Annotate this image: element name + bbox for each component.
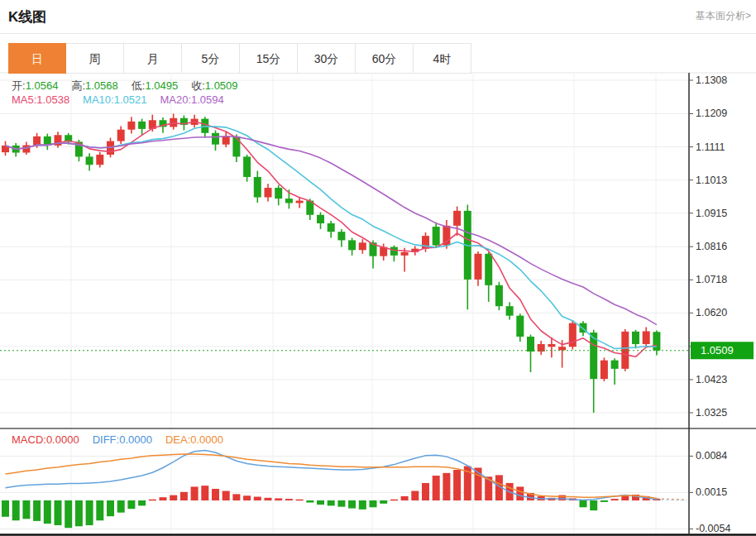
macd-bar [306,500,313,503]
ohlc-legend: 开:1.0564高:1.0568低:1.0495收:1.0509 [12,79,251,93]
candle-body [337,232,345,240]
macd-bar [2,500,9,517]
candle-body [401,252,409,256]
candle-body [390,247,398,256]
macd-bar [337,500,345,507]
fundamental-analysis-link[interactable]: 基本面分析> [696,9,751,23]
macd-bar [138,500,146,505]
candle-body [653,332,660,350]
macd-bar [222,491,230,500]
macd-bar [160,497,167,500]
axis-tick-label: 1.0620 [696,307,727,318]
candle-body [506,306,514,315]
candle-body [243,156,251,177]
badge-price: 1.0509 [701,344,734,357]
axis-tick-label: 1.0718 [696,274,727,285]
legend-item: 低:1.0495 [132,79,178,92]
macd-bar [328,500,335,505]
current-price-badge: 1.0509 [691,342,754,359]
interval-tabs: 日周月5分15分30分60分4时 [8,43,471,74]
axis-tick-label: 1.0423 [696,374,727,385]
tab-周[interactable]: 周 [66,43,124,74]
candle-body [232,136,240,157]
tab-60分[interactable]: 60分 [356,43,414,74]
macd-bar [380,500,387,504]
candle-body [328,223,335,232]
tab-4时[interactable]: 4时 [414,43,471,74]
candle-body [475,254,482,280]
macd-bar [191,486,199,500]
candle-body [632,332,639,344]
tab-月[interactable]: 月 [124,43,182,74]
candle-body [495,285,503,306]
tab-30分[interactable]: 30分 [298,43,356,74]
macd-bar [22,500,30,519]
macd-bar [265,498,272,500]
macd-bar [254,497,261,500]
axis-tick-label: 0.0015 [696,486,727,498]
macd-bar [232,494,240,500]
axis-tick-label: 1.1209 [696,108,727,119]
macd-bar [275,498,282,500]
kline-page: 1.13081.12091.11111.10131.09151.08161.07… [0,0,756,536]
candle-body [611,361,619,369]
candle-body [485,254,492,285]
macd-bar [12,500,20,520]
candle-body [265,188,272,197]
candle-body [254,177,261,198]
gridlines [0,74,689,534]
legend-item: 收:1.0509 [191,79,237,92]
candle-body [212,133,219,145]
legend-item: DEA:0.0000 [165,433,223,446]
axis-tick-label: 1.0325 [696,407,727,419]
candle-body [285,199,293,203]
macd-bar [170,495,177,500]
axis-labels: 1.13081.12091.11111.10131.09151.08161.07… [689,74,730,534]
candle-body [433,227,440,245]
macd-bar [370,500,377,507]
tab-5分[interactable]: 5分 [182,43,240,74]
macd-bar [443,473,450,500]
macd-bar [127,500,135,509]
macd-bar [243,495,251,500]
candle-body [348,240,356,250]
macd-bar [65,500,72,528]
tab-15分[interactable]: 15分 [240,43,298,74]
macd-bar [348,500,356,509]
macd-bar [317,500,324,505]
axis-tick-label: 0.0084 [696,450,727,462]
macd-bar [401,496,409,500]
macd-bar [75,500,83,526]
candle-body [275,188,282,199]
axis-tick-label: 1.1013 [696,175,727,186]
page-title: K线图 [8,7,46,26]
axis-tick-label: 1.1308 [696,74,727,86]
candle-body [22,146,30,153]
axis-tick-label: 1.1111 [696,141,725,153]
macd-bar [411,491,419,500]
macd-bar [44,500,51,524]
macd-bar [212,489,219,500]
macd-bar [390,500,398,501]
macd-bar [611,499,619,500]
candle-body [222,136,230,145]
macd-bar [600,500,608,502]
macd-bar [422,483,429,500]
legend-item: MA20:1.0594 [160,93,223,106]
legend-item: MA10:1.0521 [83,93,146,106]
macd-bar [359,500,366,510]
candle-body [138,122,146,129]
candle-body [296,201,304,203]
tab-日[interactable]: 日 [8,43,66,74]
candle-body [96,155,103,165]
candle-body [317,215,324,223]
macd-bar [96,500,103,520]
candle-body [558,347,566,350]
macd-bar [55,500,62,525]
candle-body [516,316,524,337]
macd-bar [149,500,156,501]
candlestick-layer [2,113,660,413]
legend-item: 高:1.0568 [71,79,117,92]
candle-body [117,130,125,141]
macd-bar [516,486,524,500]
